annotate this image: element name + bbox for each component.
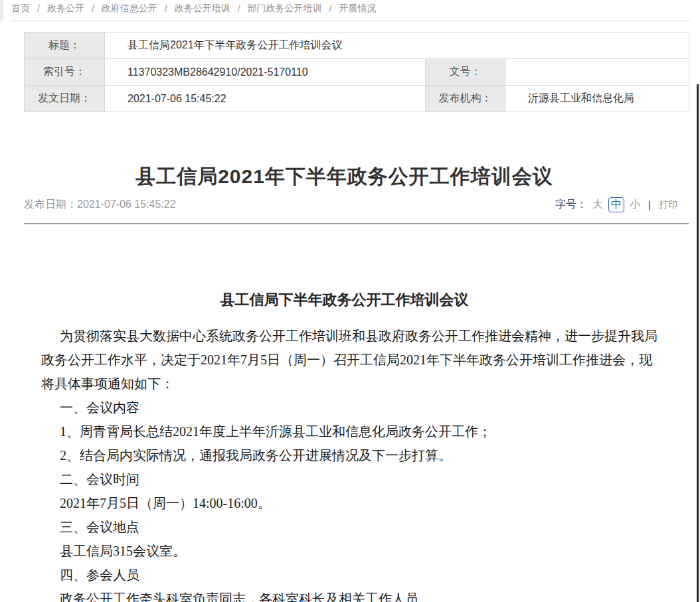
print-button[interactable]: 打印 [659,199,677,211]
meta-docnum-label: 文号： [426,59,505,86]
breadcrumb-separator: / [329,3,332,14]
article-paragraph: 2、结合局内实际情况，通报我局政务公开进展情况及下一步打算。 [41,443,660,467]
font-size-large-button[interactable]: 大 [592,198,603,212]
breadcrumb-link-home[interactable]: 首页 [11,3,30,15]
font-size-controls: 字号： 大 中 小 | 打印 [555,197,677,212]
table-row: 发文日期： 2021-07-06 15:45:22 发布机构： 沂源县工业和信息… [25,86,689,112]
divider-bar: | [648,199,651,210]
article-paragraph: 四、参会人员 [41,563,660,587]
article-paragraph: 为贯彻落实县大数据中心系统政务公开工作培训班和县政府政务公开工作推进会精神，进一… [41,324,660,396]
breadcrumb-separator: / [37,3,40,14]
meta-index-value: 11370323MB28642910/2021-5170110 [105,59,426,86]
article-inner-title: 县工信局下半年政务公开工作培训会议 [0,290,689,310]
table-row: 索引号： 11370323MB28642910/2021-5170110 文号： [25,59,689,86]
article-meta-row: 发布日期：2021-07-06 15:45:22 字号： 大 中 小 | 打印 [24,197,677,212]
article-body: 为贯彻落实县大数据中心系统政务公开工作培训班和县政府政务公开工作推进会精神，进一… [41,324,660,602]
meta-index-label: 索引号： [25,59,105,86]
breadcrumb-link-training[interactable]: 政务公开培训 [175,3,230,15]
meta-agency-label: 发布机构： [426,86,505,112]
meta-date-value: 2021-07-06 15:45:22 [105,86,426,112]
meta-title-value: 县工信局2021年下半年政务公开工作培训会议 [105,33,689,59]
font-size-medium-button[interactable]: 中 [608,197,624,212]
page-title: 县工信局2021年下半年政务公开工作培训会议 [0,163,689,190]
breadcrumb-separator: / [92,3,94,14]
article-paragraph: 政务公开工作牵头科室负责同志，各科室科长及相关工作人员。 [41,587,660,602]
font-size-label: 字号： [555,198,587,212]
breadcrumb-link-gov-info[interactable]: 政府信息公开 [102,3,157,15]
article-paragraph: 二、会议时间 [41,467,660,491]
font-size-small-button[interactable]: 小 [630,198,640,212]
meta-agency-value: 沂源县工业和信息化局 [505,86,689,112]
breadcrumb-link-zhengwugongkai[interactable]: 政务公开 [47,3,84,15]
content-divider-line [24,223,689,224]
publish-date-value: 2021-07-06 15:45:22 [77,198,176,210]
breadcrumb: 首页 / 政务公开 / 政府信息公开 / 政务公开培训 / 部门政务公开培训 /… [11,3,376,15]
publish-date-label: 发布日期： [24,198,77,210]
right-scrollbar-thumb[interactable] [697,84,699,602]
breadcrumb-separator: / [238,3,240,14]
publish-date: 发布日期：2021-07-06 15:45:22 [24,198,176,212]
page-edge-strip [0,0,3,21]
article-paragraph: 1、周青霄局长总结2021年度上半年沂源县工业和信息化局政务公开工作； [41,419,660,443]
breadcrumb-link-status[interactable]: 开展情况 [339,3,376,15]
article-paragraph: 2021年7月5日（周一）14:00-16:00。 [41,491,660,515]
meta-docnum-value [505,59,689,86]
breadcrumb-link-dept-training[interactable]: 部门政务公开培训 [248,3,322,15]
article-paragraph: 三、会议地点 [41,515,660,539]
article-paragraph: 县工信局315会议室。 [41,539,660,563]
article-paragraph: 一、会议内容 [41,396,660,419]
table-row: 标题： 县工信局2021年下半年政务公开工作培训会议 [25,33,689,59]
meta-title-label: 标题： [25,33,105,59]
meta-date-label: 发文日期： [25,86,105,112]
breadcrumb-separator: / [165,3,167,14]
document-meta-table: 标题： 县工信局2021年下半年政务公开工作培训会议 索引号： 11370323… [24,32,689,112]
breadcrumb-divider-line [11,21,691,21]
